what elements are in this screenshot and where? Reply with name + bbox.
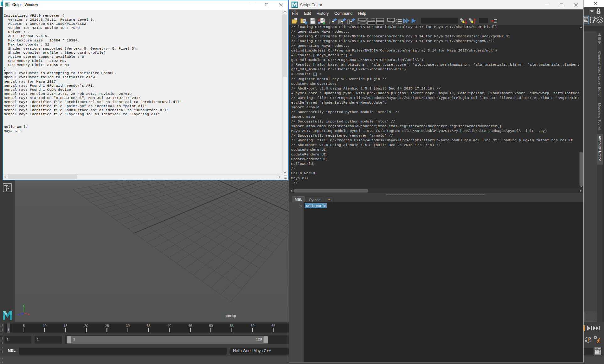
svg-text:z: z bbox=[18, 313, 20, 316]
svg-text:3: 3 bbox=[396, 22, 397, 24]
svg-text://: // bbox=[388, 19, 391, 21]
svg-text:x: x bbox=[28, 312, 29, 316]
svg-text:y: y bbox=[23, 304, 24, 307]
